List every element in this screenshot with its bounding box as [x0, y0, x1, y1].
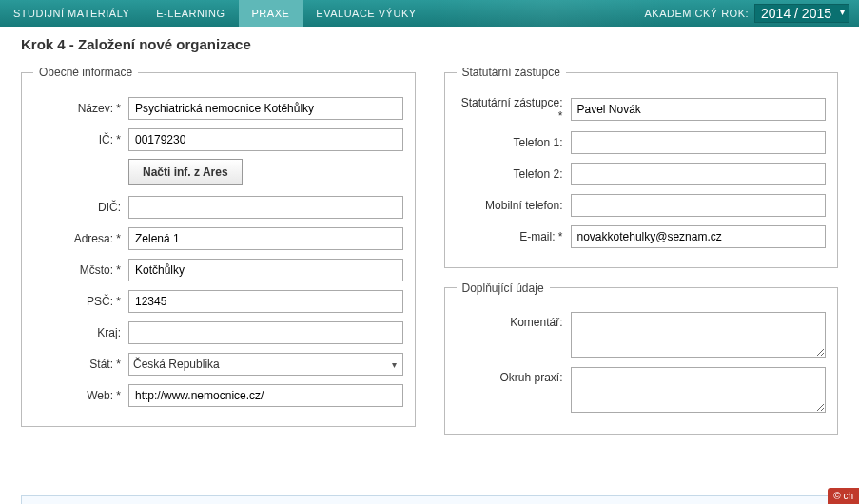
general-info-fieldset: Obecné informace Název: * IČ: * Načti in…	[21, 66, 416, 427]
okruh-textarea[interactable]	[571, 367, 827, 413]
mobil-label: Mobilní telefon:	[457, 199, 571, 212]
dic-label: DIČ:	[33, 201, 128, 214]
adresa-label: Adresa: *	[33, 232, 128, 245]
content-area: Krok 4 - Založení nové organizace Obecné…	[0, 27, 859, 504]
tel2-input[interactable]	[571, 163, 827, 185]
stat-value: Česká Republika	[133, 358, 220, 371]
dic-input[interactable]	[128, 196, 403, 219]
psc-input[interactable]	[128, 290, 403, 313]
zastupce-label: Statutární zástupce: *	[457, 96, 571, 124]
ic-input[interactable]	[128, 128, 403, 151]
adresa-input[interactable]	[128, 227, 403, 250]
nav-studijni-materialy[interactable]: STUDIJNÍ MATERIÁLY	[0, 0, 143, 27]
nav-evaluace-vyuky[interactable]: EVALUACE VÝUKY	[303, 0, 429, 27]
general-info-legend: Obecné informace	[33, 66, 138, 79]
additional-legend: Doplňující údaje	[457, 281, 550, 295]
nav-elearning[interactable]: E-LEARNING	[143, 0, 238, 27]
nav-praxe[interactable]: PRAXE	[239, 0, 303, 27]
statutory-fieldset: Statutární zástupce Statutární zástupce:…	[444, 66, 839, 268]
top-navbar: STUDIJNÍ MATERIÁLY E-LEARNING PRAXE EVAL…	[0, 0, 859, 27]
additional-fieldset: Doplňující údaje Komentář: Okruh praxí:	[444, 281, 839, 435]
email-input[interactable]	[571, 225, 827, 248]
tel1-label: Telefon 1:	[457, 136, 571, 149]
ic-label: IČ: *	[33, 133, 128, 146]
nazev-input[interactable]	[128, 97, 403, 120]
form-columns: Obecné informace Název: * IČ: * Načti in…	[21, 66, 838, 448]
main-nav: STUDIJNÍ MATERIÁLY E-LEARNING PRAXE EVAL…	[0, 0, 430, 27]
email-label: E-mail: *	[457, 230, 571, 243]
tel1-input[interactable]	[571, 131, 827, 154]
komentar-label: Komentář:	[457, 312, 571, 329]
web-label: Web: *	[33, 389, 128, 402]
left-column: Obecné informace Název: * IČ: * Načti in…	[21, 66, 416, 440]
info-alert: i Vyplňte prosím všechny informace označ…	[21, 495, 838, 504]
chat-tab[interactable]: © ch	[828, 488, 859, 504]
komentar-textarea[interactable]	[571, 312, 827, 358]
stat-select[interactable]: Česká Republika	[128, 353, 403, 376]
academic-year-select[interactable]: 2014 / 2015	[754, 4, 849, 23]
kraj-input[interactable]	[128, 321, 403, 344]
page-title: Krok 4 - Založení nové organizace	[21, 36, 838, 52]
zastupce-input[interactable]	[571, 98, 827, 121]
academic-year-block: AKADEMICKÝ ROK: 2014 / 2015	[644, 4, 859, 23]
psc-label: PSČ: *	[33, 295, 128, 308]
nazev-label: Název: *	[33, 102, 128, 115]
okruh-label: Okruh praxí:	[457, 367, 571, 384]
stat-label: Stát: *	[33, 358, 128, 371]
statutory-legend: Statutární zástupce	[457, 66, 566, 79]
mobil-input[interactable]	[571, 194, 827, 217]
right-column: Statutární zástupce Statutární zástupce:…	[444, 66, 839, 448]
mesto-input[interactable]	[128, 259, 403, 281]
mesto-label: Mčsto: *	[33, 263, 128, 277]
kraj-label: Kraj:	[33, 326, 128, 339]
academic-year-label: AKADEMICKÝ ROK:	[644, 8, 749, 19]
academic-year-value: 2014 / 2015	[761, 6, 831, 21]
web-input[interactable]	[128, 384, 403, 407]
tel2-label: Telefon 2:	[457, 167, 571, 181]
ares-button[interactable]: Načti inf. z Ares	[128, 159, 243, 185]
